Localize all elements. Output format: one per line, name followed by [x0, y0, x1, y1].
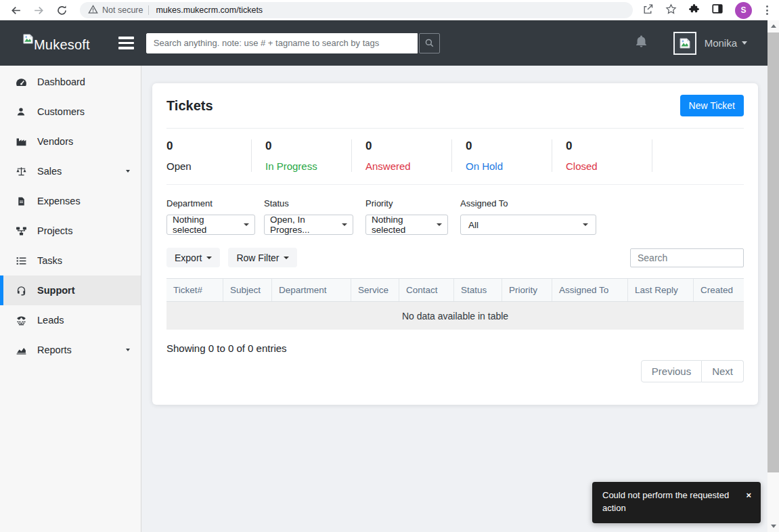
scroll-up-icon[interactable]	[767, 20, 779, 32]
star-icon[interactable]	[665, 3, 677, 18]
forward-icon[interactable]	[30, 1, 47, 19]
row-filter-label: Row Filter	[236, 252, 279, 263]
export-label: Export	[175, 252, 202, 263]
browser-toolbar: Not secure mukes.mukecrm.com/tickets S	[0, 0, 779, 20]
back-icon[interactable]	[7, 1, 24, 19]
support-icon	[14, 285, 28, 296]
stat-in-progress: 0 In Progress	[252, 139, 352, 172]
stat-label: In Progress	[265, 160, 351, 172]
browser-profile-avatar[interactable]: S	[735, 2, 752, 19]
caret-down-icon	[244, 223, 249, 226]
sidebar-item-support[interactable]: Support	[0, 275, 141, 305]
url-text[interactable]: mukes.mukecrm.com/tickets	[156, 5, 263, 15]
global-search-input[interactable]	[146, 33, 418, 53]
extensions-icon[interactable]	[688, 3, 700, 18]
caret-down-icon	[342, 223, 347, 226]
reports-icon	[14, 345, 28, 356]
filter-department: Department Nothing selected	[166, 198, 255, 235]
toast-notification: Could not perform the requested action ×	[592, 482, 761, 523]
sidebar-item-dashboard[interactable]: Dashboard	[0, 67, 141, 97]
vendors-icon	[14, 136, 28, 148]
user-avatar[interactable]	[673, 32, 696, 55]
column-header[interactable]: Department	[272, 279, 351, 301]
column-header[interactable]: Ticket#	[166, 279, 223, 301]
column-header[interactable]: Created	[694, 279, 744, 301]
column-header[interactable]: Service	[351, 279, 399, 301]
stat-value: 0	[566, 139, 652, 153]
select-value: All	[468, 220, 478, 230]
sidebar-item-label: Customers	[37, 106, 85, 117]
column-header[interactable]: Subject	[223, 279, 272, 301]
stat-label: On Hold	[466, 160, 552, 172]
broken-image-icon	[22, 33, 34, 47]
status-select[interactable]: Open, In Progres...	[264, 215, 353, 235]
page-scrollbar[interactable]	[767, 20, 779, 532]
sidebar-item-label: Expenses	[37, 196, 81, 206]
filter-priority: Priority Nothing selected	[365, 198, 448, 235]
next-page-button[interactable]: Next	[702, 360, 744, 382]
table-toolbar: Export Row Filter	[166, 248, 744, 267]
body-row: Dashboard Customers Vendors Sales Expens…	[0, 66, 767, 532]
column-header[interactable]: Last Reply	[628, 279, 694, 301]
app-header: Mukesoft Monika	[0, 20, 767, 66]
department-select[interactable]: Nothing selected	[166, 215, 255, 235]
sidebar-item-expenses[interactable]: Expenses	[0, 186, 141, 216]
close-icon[interactable]: ×	[746, 489, 751, 515]
user-menu[interactable]: Monika	[705, 37, 737, 49]
brand-logo[interactable]: Mukesoft	[22, 33, 90, 53]
table-search-input[interactable]	[630, 248, 744, 267]
row-filter-button[interactable]: Row Filter	[228, 248, 297, 267]
side-panel-icon[interactable]	[711, 3, 724, 18]
sidebar-item-sales[interactable]: Sales	[0, 156, 141, 186]
column-header[interactable]: Contact	[399, 279, 454, 301]
security-label[interactable]: Not secure	[102, 5, 143, 15]
caret-down-icon	[437, 223, 442, 226]
filter-label: Status	[264, 198, 353, 208]
pagination: Previous Next	[166, 360, 744, 382]
stat-value: 0	[365, 139, 451, 153]
caret-down-icon	[742, 41, 747, 45]
sidebar-item-reports[interactable]: Reports	[0, 335, 141, 365]
menu-kebab-icon[interactable]	[763, 5, 771, 15]
sidebar-item-tasks[interactable]: Tasks	[0, 246, 141, 275]
sidebar-item-label: Sales	[37, 166, 62, 177]
bell-icon[interactable]	[635, 35, 648, 51]
column-header[interactable]: Priority	[502, 279, 552, 301]
sidebar-item-customers[interactable]: Customers	[0, 97, 141, 127]
priority-select[interactable]: Nothing selected	[365, 215, 448, 235]
export-button[interactable]: Export	[166, 248, 220, 267]
sidebar-item-label: Projects	[37, 225, 72, 236]
stat-empty	[652, 139, 744, 172]
stat-value: 0	[265, 139, 351, 153]
column-header[interactable]: Assigned To	[552, 279, 628, 301]
sidebar-item-label: Dashboard	[37, 76, 85, 87]
assigned-to-select[interactable]: All	[460, 215, 596, 235]
header-right: Monika	[635, 32, 767, 55]
sidebar-item-leads[interactable]: Leads	[0, 305, 141, 335]
table-empty-message: No data available in table	[166, 302, 744, 330]
tasks-icon	[14, 255, 28, 267]
warning-icon	[88, 4, 98, 17]
sidebar-item-label: Support	[37, 285, 75, 296]
previous-page-button[interactable]: Previous	[641, 360, 702, 382]
scrollbar-thumb[interactable]	[767, 32, 779, 472]
caret-down-icon	[583, 223, 588, 226]
avatar-broken-image-icon	[679, 37, 691, 49]
new-ticket-button[interactable]: New Ticket	[680, 95, 744, 116]
stat-label: Closed	[566, 160, 652, 172]
page-title: Tickets	[166, 98, 213, 114]
column-header[interactable]: Status	[454, 279, 502, 301]
sidebar-item-label: Tasks	[37, 255, 62, 266]
sidebar-item-projects[interactable]: Projects	[0, 216, 141, 246]
hamburger-icon[interactable]	[118, 37, 134, 49]
reload-icon[interactable]	[53, 1, 70, 19]
search-icon[interactable]	[419, 33, 440, 53]
filter-label: Priority	[365, 198, 448, 208]
scroll-down-icon[interactable]	[767, 520, 779, 532]
address-bar[interactable]: Not secure mukes.mukecrm.com/tickets	[80, 2, 633, 18]
divider	[148, 5, 149, 15]
sidebar-item-vendors[interactable]: Vendors	[0, 127, 141, 156]
share-icon[interactable]	[642, 3, 654, 18]
filters: Department Nothing selected Status Open,…	[166, 185, 744, 235]
caret-down-icon	[284, 257, 289, 259]
